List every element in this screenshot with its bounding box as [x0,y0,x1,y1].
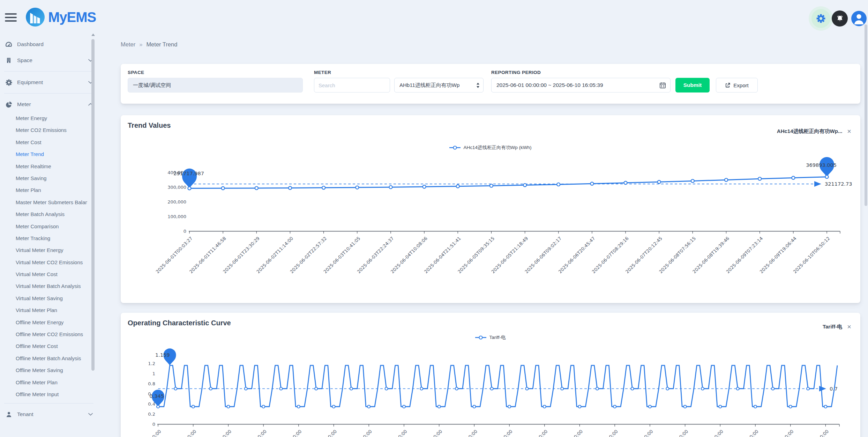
sidebar-item-meter-realtime[interactable]: Meter Realtime [0,161,87,172]
svg-text:321172.73: 321172.73 [825,181,852,187]
svg-text:369893.005: 369893.005 [806,162,837,168]
svg-text:2025-06-01T11:46:58: 2025-06-01T11:46:58 [188,236,227,274]
breadcrumb-meter[interactable]: Meter [121,41,135,48]
sidebar-item-offline-meter-input[interactable]: Offline Meter Input [0,388,87,400]
svg-text:1: 1 [152,371,155,376]
close-icon[interactable]: × [847,323,851,330]
export-button[interactable]: Export [716,78,758,92]
meter-search-input[interactable] [314,78,390,92]
sidebar-item-meter-saving[interactable]: Meter Saving [0,172,87,184]
svg-text:291717.987: 291717.987 [173,171,204,176]
sidebar-divider [4,71,93,72]
meter-label: METER [314,70,331,75]
sidebar-item-equipment[interactable]: Equipment [0,74,99,90]
sidebar-item-meter-co2-emissions[interactable]: Meter CO2 Emissions [0,124,87,136]
svg-text:2025-06-04T00:00:00: 2025-06-04T00:00:00 [334,429,373,437]
sidebar-item-offline-meter-plan[interactable]: Offline Meter Plan [0,377,87,388]
sidebar-item-meter-plan[interactable]: Meter Plan [0,184,87,196]
sidebar-item-virtual-meter-cost[interactable]: Virtual Meter Cost [0,268,87,280]
close-icon[interactable]: × [847,128,851,135]
sidebar-item-offline-meter-energy[interactable]: Offline Meter Energy [0,317,87,328]
space-select-value: 一度城/调试空间 [133,82,171,89]
sidebar-item-virtual-meter-batch-analysis[interactable]: Virtual Meter Batch Analysis [0,280,87,292]
svg-text:2025-06-08T19:39:46: 2025-06-08T19:39:46 [691,236,730,274]
user-avatar-button[interactable] [851,11,867,26]
svg-text:0.8: 0.8 [148,381,155,386]
reporting-period-input[interactable]: 2025-06-01 00:00:00 ~ 2025-06-10 16:05:3… [491,78,671,92]
curve-tab-label[interactable]: Tariff-电 [823,324,842,330]
legend-line-marker-icon [449,145,461,150]
sidebar-item-space[interactable]: Space [0,52,99,68]
svg-text:2025-06-02T22:57:32: 2025-06-02T22:57:32 [289,236,328,274]
sidebar-scroll-up-icon[interactable] [91,34,95,36]
svg-text:2025-06-02T11:14:00: 2025-06-02T11:14:00 [255,236,294,274]
breadcrumb-meter-trend: Meter Trend [146,41,177,48]
svg-text:0: 0 [152,422,155,427]
pie-chart-icon [5,101,13,108]
sidebar-item-dashboard[interactable]: Dashboard [0,36,99,52]
sidebar-item-virtual-meter-energy[interactable]: Virtual Meter Energy [0,244,87,256]
svg-text:2025-06-05T00:00:00: 2025-06-05T00:00:00 [404,429,443,437]
svg-text:0: 0 [184,229,186,234]
sidebar-item-virtual-meter-plan[interactable]: Virtual Meter Plan [0,304,87,316]
sidebar-item-meter-energy[interactable]: Meter Energy [0,112,87,124]
svg-text:1.2: 1.2 [148,361,155,366]
sidebar-item-master-meter-submeters-balance[interactable]: Master Meter Submeters Balance [0,197,87,208]
tariff-chart[interactable]: 00.20.40.60.811.22025-06-01T00:00:002025… [121,342,860,437]
sidebar-item-meter-tracking[interactable]: Meter Tracking [0,232,87,244]
svg-text:1.159: 1.159 [155,352,170,358]
meter-select-value: AHb11进线柜正向有功Wp [399,82,459,89]
svg-text:2025-06-09T00:00:00: 2025-06-09T00:00:00 [686,429,724,437]
svg-text:2025-06-06T09:02:17: 2025-06-06T09:02:17 [524,236,563,274]
export-icon [725,82,731,88]
trend-tab-label[interactable]: AHc14进线柜正向有功Wp... [777,128,843,135]
sidebar-divider [4,403,93,403]
trend-legend-label: AHc14进线柜正向有功Wp (kWh) [463,145,531,151]
sidebar-item-offline-meter-cost[interactable]: Offline Meter Cost [0,340,87,352]
sidebar: DashboardSpaceEquipmentMeterMeter Energy… [0,22,99,422]
page-scrollbar[interactable] [865,24,867,206]
sidebar-item-meter[interactable]: Meter [0,96,99,112]
hamburger-menu-button[interactable] [5,13,17,22]
sidebar-item-meter-trend[interactable]: Meter Trend [0,148,87,160]
svg-text:2025-06-04T10:08:06: 2025-06-04T10:08:06 [390,236,428,274]
breadcrumb-separator: » [135,41,146,48]
sidebar-item-offline-meter-batch-analysis[interactable]: Offline Meter Batch Analysis [0,353,87,364]
sidebar-item-tenant[interactable]: Tenant [0,406,99,422]
operating-curve-card: Operating Characteristic Curve Tariff-电 … [121,313,860,437]
trend-card-title: Trend Values [128,121,171,129]
svg-text:2025-06-08T07:56:15: 2025-06-08T07:56:15 [658,236,697,274]
svg-text:2025-06-05T09:35:15: 2025-06-05T09:35:15 [457,236,495,274]
svg-text:2025-06-08T12:00:00: 2025-06-08T12:00:00 [650,429,689,437]
sidebar-item-label: Equipment [17,79,43,86]
svg-text:2025-06-10T00:00:00: 2025-06-10T00:00:00 [756,429,795,437]
sidebar-item-virtual-meter-saving[interactable]: Virtual Meter Saving [0,292,87,304]
tariff-legend[interactable]: Tariff-电 [121,334,860,341]
sidebar-item-offline-meter-saving[interactable]: Offline Meter Saving [0,364,87,376]
trend-legend[interactable]: AHc14进线柜正向有功Wp (kWh) [121,145,860,151]
sidebar-item-meter-comparison[interactable]: Meter Comparison [0,221,87,232]
svg-text:2025-06-01T00:03:27: 2025-06-01T00:03:27 [155,236,194,274]
trend-chart[interactable]: 0100,000200,000300,000400,0002025-06-01T… [121,157,860,303]
sidebar-item-meter-cost[interactable]: Meter Cost [0,136,87,148]
export-button-label: Export [733,82,748,88]
sidebar-item-meter-batch-analysis[interactable]: Meter Batch Analysis [0,208,87,220]
svg-text:2025-06-04T12:00:00: 2025-06-04T12:00:00 [369,429,408,437]
svg-text:2025-06-02T12:00:00: 2025-06-02T12:00:00 [229,429,268,437]
settings-button[interactable] [811,9,830,28]
sidebar-scrollbar[interactable] [91,39,95,371]
svg-text:2025-06-07T20:12:45: 2025-06-07T20:12:45 [624,236,663,274]
space-select[interactable]: 一度城/调试空间 [128,78,303,92]
sidebar-item-offline-meter-co2-emissions[interactable]: Offline Meter CO2 Emissions [0,328,87,340]
sidebar-item-label: Space [17,57,32,64]
legend-line-marker-icon [475,335,486,340]
sidebar-item-virtual-meter-co2-emissions[interactable]: Virtual Meter CO2 Emissions [0,257,87,268]
svg-text:2025-06-06T00:00:00: 2025-06-06T00:00:00 [475,429,514,437]
meter-select[interactable]: AHb11进线柜正向有功Wp [394,78,484,92]
svg-text:2025-06-01T12:00:00: 2025-06-01T12:00:00 [159,429,197,437]
notifications-button[interactable] [832,10,848,27]
submit-button[interactable]: Submit [675,78,710,92]
reporting-period-label: REPORTING PERIOD [491,70,541,75]
svg-text:2025-06-09T12:00:00: 2025-06-09T12:00:00 [721,429,760,437]
svg-text:2025-06-09T19:06:44: 2025-06-09T19:06:44 [759,236,798,274]
